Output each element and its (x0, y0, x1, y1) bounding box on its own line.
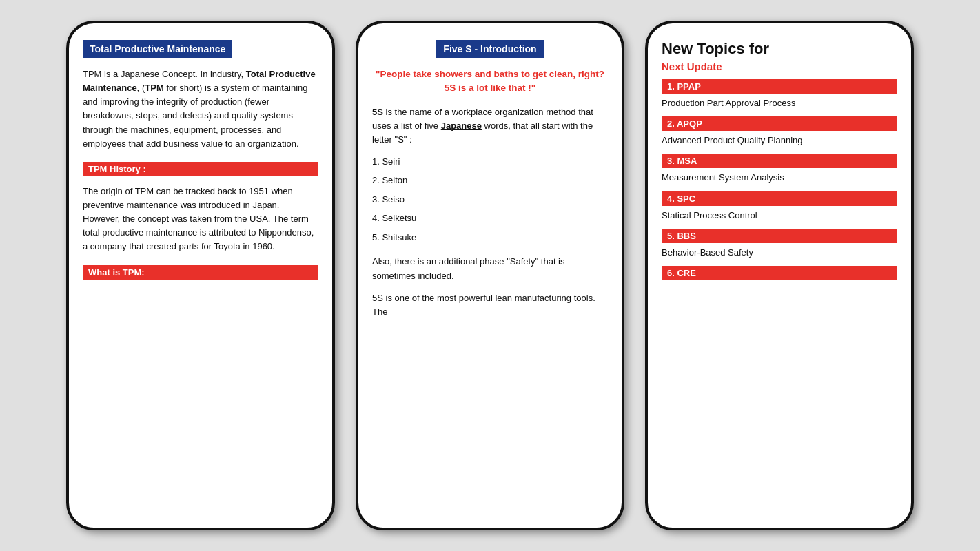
topic-badge-4: 4. SPC (662, 191, 897, 206)
phone-tpm: Total Productive Maintenance TPM is a Ja… (66, 21, 335, 530)
topic-badge-2: 2. APQP (662, 116, 897, 131)
phone-5s-screen: Five S - Introduction "People take showe… (358, 23, 622, 528)
5s-item-4: 4. Seiketsu (372, 211, 608, 225)
5s-title-badge: Five S - Introduction (436, 40, 543, 58)
5s-body3: 5S is one of the most powerful lean manu… (372, 291, 608, 319)
topic-badge-6: 6. CRE (662, 266, 897, 280)
topics-main-title: New Topics for (662, 40, 897, 58)
topic-badge-1: 1. PPAP (662, 79, 897, 94)
topic-badge-5: 5. BBS (662, 229, 897, 243)
5s-item-1: 1. Seiri (372, 155, 608, 169)
topic-desc-4: Statical Process Control (662, 209, 897, 222)
phone-topics-screen: New Topics for Next Update 1. PPAP Produ… (648, 23, 911, 528)
tpm-history-text: The origin of TPM can be tracked back to… (83, 185, 318, 254)
tpm-title-badge: Total Productive Maintenance (83, 40, 232, 58)
phone-tpm-screen: Total Productive Maintenance TPM is a Ja… (69, 23, 332, 528)
topic-desc-3: Measurement System Analysis (662, 171, 897, 184)
phones-container: Total Productive Maintenance TPM is a Ja… (52, 7, 928, 544)
topic-badge-3: 3. MSA (662, 154, 897, 168)
phone-5s: Five S - Introduction "People take showe… (356, 21, 624, 530)
5s-item-2: 2. Seiton (372, 174, 608, 187)
5s-quote: "People take showers and baths to get cl… (372, 67, 608, 96)
topics-next-update: Next Update (662, 61, 897, 72)
tpm-intro: TPM is a Japanese Concept. In industry, … (83, 67, 318, 151)
tpm-abbr: TPM (145, 83, 163, 93)
5s-body1: 5S is the name of a workplace organizati… (372, 105, 608, 147)
phone-topics: New Topics for Next Update 1. PPAP Produ… (645, 21, 914, 530)
topic-desc-5: Behavior-Based Safety (662, 247, 897, 259)
5s-japanese: Japanese (441, 121, 482, 131)
5s-body2: Also, there is an additional phase "Safe… (372, 255, 608, 282)
topic-desc-1: Production Part Approval Process (662, 97, 897, 110)
tpm-bold: Total Productive Maintenance, (83, 69, 316, 93)
5s-item-5: 5. Shitsuke (372, 231, 608, 245)
5s-bold: 5S (372, 107, 383, 117)
tpm-history-badge: TPM History : (83, 162, 318, 176)
topic-desc-2: Advanced Product Quality Planning (662, 134, 897, 147)
5s-item-3: 3. Seiso (372, 193, 608, 207)
tpm-what-badge: What is TPM: (83, 265, 318, 280)
